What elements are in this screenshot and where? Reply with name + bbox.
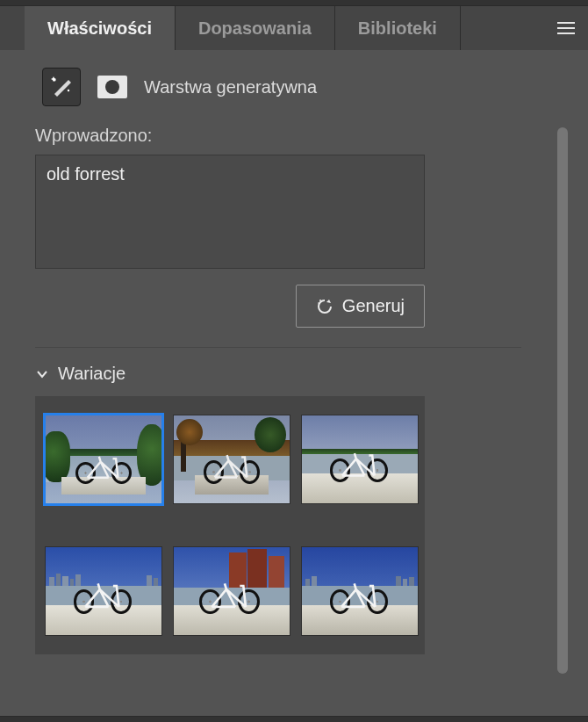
layer-header: Warstwa generatywna <box>0 50 588 115</box>
variation-thumb[interactable] <box>174 547 290 635</box>
svg-point-7 <box>319 300 321 301</box>
layer-mask-icon[interactable] <box>93 68 132 106</box>
variation-thumb[interactable] <box>46 415 161 503</box>
svg-point-6 <box>105 80 119 94</box>
chevron-down-icon <box>35 367 49 381</box>
variations-label: Wariacje <box>58 364 125 384</box>
generative-layer-icon <box>42 68 81 106</box>
variation-thumb[interactable] <box>46 547 161 635</box>
svg-point-4 <box>68 90 69 91</box>
generate-button[interactable]: Generuj <box>296 285 425 328</box>
tab-adjustments[interactable]: Dopasowania <box>176 6 335 50</box>
tab-libraries[interactable]: Biblioteki <box>335 6 461 50</box>
variations-toggle[interactable]: Wariacje <box>35 364 539 384</box>
generate-button-label: Generuj <box>342 296 405 316</box>
panel-menu-button[interactable] <box>544 6 588 50</box>
properties-panel: Właściwości Dopasowania Biblioteki <box>0 5 588 717</box>
variations-grid <box>35 396 425 654</box>
scrollbar[interactable] <box>555 120 570 709</box>
tab-bar: Właściwości Dopasowania Biblioteki <box>0 6 588 50</box>
regenerate-icon <box>316 298 333 315</box>
variation-thumb[interactable] <box>302 547 418 635</box>
variation-thumb[interactable] <box>302 415 418 503</box>
variation-thumb[interactable] <box>174 415 290 503</box>
prompt-label: Wprowadzono: <box>35 126 539 146</box>
prompt-input[interactable] <box>35 155 425 269</box>
hamburger-icon <box>556 21 576 35</box>
layer-title: Warstwa generatywna <box>144 77 317 97</box>
svg-point-8 <box>318 302 319 304</box>
tab-properties[interactable]: Właściwości <box>25 6 176 50</box>
scrollbar-thumb[interactable] <box>557 127 568 674</box>
